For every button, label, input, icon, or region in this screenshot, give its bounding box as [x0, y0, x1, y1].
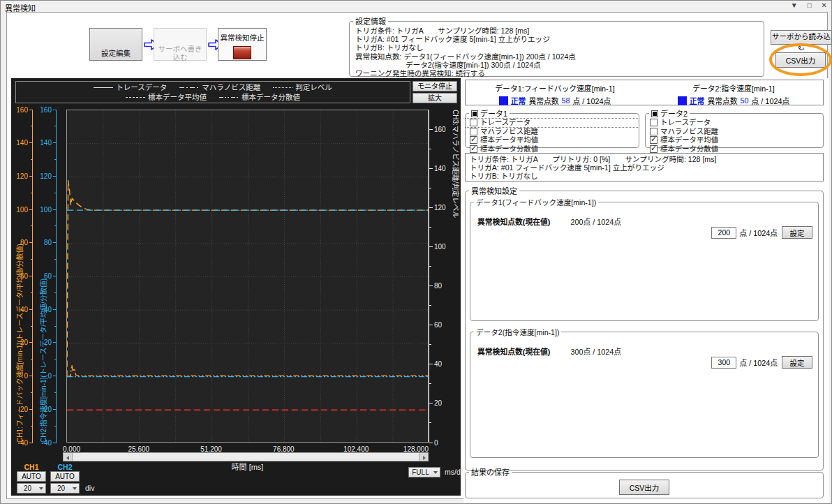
- axis-tick-label: 60: [20, 272, 28, 280]
- axis-tick-label: 120: [434, 204, 446, 212]
- content-area: 設定編集 サーボへ書き込む 異常検知停止 設定情報 トリガ条件: トリガA サン…: [6, 12, 828, 499]
- ch2-scale-dropdown[interactable]: 20: [50, 483, 80, 494]
- axis-tick-label: 60: [44, 272, 52, 280]
- legend-line-sample-icon: [219, 97, 239, 98]
- set-button[interactable]: 設定: [782, 226, 812, 239]
- detection-points-input[interactable]: [711, 227, 736, 239]
- axis-tick: [429, 443, 433, 443]
- expand-button[interactable]: 拡大: [413, 93, 457, 103]
- checkbox-sample-variance[interactable]: 標本データ分散値: [466, 145, 639, 154]
- detection-data1-group: データ1(フィードバック速度[min-1]) 異常検知点数(現在値) 200点 …: [470, 197, 819, 321]
- checkbox-trace-data[interactable]: トレースデータ: [466, 119, 639, 127]
- legend-label: マハラノビス距離: [202, 82, 260, 92]
- checkbox-trace-data[interactable]: トレースデータ: [646, 119, 823, 127]
- minimize-icon[interactable]: ▼: [791, 1, 798, 9]
- axis-tick-label: 120: [40, 172, 52, 180]
- axis-tick-label: 40: [44, 306, 52, 313]
- axis-tick: [429, 305, 431, 306]
- checkbox-sample-mean[interactable]: 標本データ平均値: [466, 136, 639, 144]
- legend-line-sample-icon: [273, 87, 292, 88]
- axis-tick: [53, 242, 57, 243]
- detection-points-unit: 点 / 1024点: [739, 227, 778, 238]
- csv-export-result-button[interactable]: CSV出力: [619, 480, 669, 495]
- write-to-servo-button[interactable]: サーボへ書き込む: [154, 28, 207, 61]
- axis-tick-label: -20: [18, 406, 28, 413]
- axis-tick-label: -20: [42, 406, 52, 413]
- chevron-right-icon: [423, 456, 426, 460]
- axis-tick: [429, 246, 433, 247]
- result-save-title: 結果の保存: [469, 466, 512, 477]
- axis-tick: [31, 359, 33, 360]
- div-unit-label: div: [85, 484, 94, 492]
- caret-down-icon: [39, 487, 43, 490]
- ch2-auto-button[interactable]: AUTO: [50, 471, 80, 482]
- axis-tick: [53, 309, 57, 310]
- checkbox-sample-variance[interactable]: 標本データ分散値: [646, 145, 823, 154]
- status-count-label: 異常点数: [528, 95, 558, 106]
- checkbox-sample-mean[interactable]: 標本データ平均値: [646, 136, 823, 144]
- axis-tick: [429, 129, 433, 130]
- settings-info-line: トリガ条件: トリガA サンプリング時間: 128 [ms]: [350, 27, 764, 35]
- axis-tick: [29, 242, 33, 243]
- axis-tick: [31, 292, 33, 293]
- axis-tick: [29, 142, 33, 143]
- axis-label-ch3: CH3:マハラノビス距離/判定レベル: [451, 110, 461, 443]
- right-panel: データ1:フィードバック速度[min-1] 正常 異常点数 58 点 / 102…: [463, 78, 829, 503]
- axis-tick: [54, 225, 57, 226]
- group-checkbox-icon[interactable]: [471, 110, 478, 117]
- legend-label: 判定レベル: [295, 82, 332, 92]
- checkbox-icon: [650, 136, 658, 144]
- checkbox-mahalanobis[interactable]: マハラノビス距離: [646, 128, 823, 136]
- trigger-info-line: トリガA: #01 フィードバック速度 5[min-1] 立上がりエッジ: [470, 164, 823, 172]
- monitor-stop-button[interactable]: モニタ停止: [413, 81, 457, 91]
- axis-tick: [29, 443, 33, 443]
- axis-tick: [429, 422, 431, 423]
- detection-points-input[interactable]: [711, 357, 736, 369]
- ch2-label: CH2: [50, 463, 80, 471]
- trigger-info-box: トリガ条件: トリガA プリトリガ: 0 [%] サンプリング時間: 128 […: [465, 153, 824, 181]
- legend-item: 標本データ分散値: [219, 92, 300, 102]
- axis-tick-label: 20: [20, 339, 28, 346]
- axis-tick: [31, 259, 33, 260]
- legend-line-sample-icon: [179, 87, 199, 88]
- axis-tick-label: 80: [20, 239, 28, 246]
- caret-down-icon: [73, 487, 77, 490]
- read-from-servo-button[interactable]: サーボから読み込む: [771, 30, 832, 45]
- legend-label: トレースデータ: [116, 82, 167, 92]
- legend-line-sample-icon: [94, 87, 113, 88]
- maximize-icon[interactable]: □: [808, 1, 812, 9]
- axis-tick: [31, 392, 33, 393]
- set-button[interactable]: 設定: [782, 356, 812, 369]
- axis-tick: [31, 326, 33, 327]
- stop-detection-button[interactable]: 異常検知停止: [218, 28, 267, 61]
- ch1-auto-button[interactable]: AUTO: [17, 471, 46, 482]
- ch1-scale-dropdown[interactable]: 20: [17, 483, 46, 494]
- status-state: 正常: [690, 95, 705, 106]
- axis-tick: [31, 126, 33, 126]
- group-checkbox-icon[interactable]: [651, 110, 658, 117]
- axis-tick: [29, 176, 33, 177]
- close-icon[interactable]: ✕: [822, 1, 827, 9]
- csv-export-button[interactable]: CSV出力: [775, 52, 826, 68]
- axis-tick: [53, 409, 57, 410]
- axis-tick: [53, 443, 57, 443]
- axis-tick: [53, 276, 57, 276]
- detection-points-current: 200点 / 1024点: [570, 218, 621, 226]
- axis-tick: [54, 126, 57, 126]
- edit-settings-button[interactable]: 設定編集: [89, 28, 142, 61]
- checkbox-mahalanobis[interactable]: マハラノビス距離: [466, 128, 639, 136]
- axis-tick-label: 100: [40, 206, 52, 214]
- title-bar: 異常検知 ▼ □ ✕: [1, 1, 831, 12]
- detection-data1-title: データ1(フィードバック速度[min-1]): [474, 197, 598, 207]
- checkbox-icon: [470, 119, 477, 126]
- detection-points-label: 異常検知点数(現在値): [477, 218, 550, 226]
- result-save-group: 結果の保存 CSV出力: [465, 466, 824, 498]
- axis-tick: [429, 403, 433, 403]
- waveform-chart: [67, 110, 429, 443]
- status-data2-title: データ2:指令速度[min-1]: [644, 82, 823, 94]
- time-range-dropdown[interactable]: FULL: [408, 467, 440, 477]
- axis-tick: [54, 326, 57, 327]
- axis-tick: [29, 409, 33, 410]
- axis-tick: [31, 426, 33, 427]
- axis-tick: [31, 225, 33, 226]
